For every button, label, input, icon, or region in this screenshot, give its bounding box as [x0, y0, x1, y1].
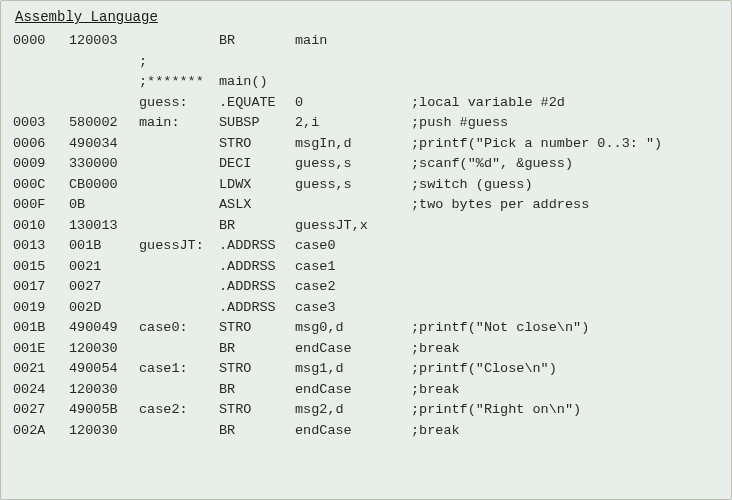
code-row: 0010130013BRguessJT,x — [13, 216, 719, 237]
address-cell: 0013 — [13, 236, 69, 257]
label-cell — [139, 298, 219, 319]
code-row: 0003580002main:SUBSP2,i;push #guess — [13, 113, 719, 134]
objectcode-cell: 49005B — [69, 400, 139, 421]
operand-cell: case3 — [295, 298, 411, 319]
label-cell — [139, 421, 219, 442]
objectcode-cell: 0B — [69, 195, 139, 216]
code-row: 0006490034STROmsgIn,d;printf("Pick a num… — [13, 134, 719, 155]
operand-cell: case0 — [295, 236, 411, 257]
code-row: 0013001BguessJT:.ADDRSScase0 — [13, 236, 719, 257]
label-cell: ; — [139, 52, 219, 73]
address-cell — [13, 52, 69, 73]
objectcode-cell: 120030 — [69, 380, 139, 401]
code-row: 0019002D.ADDRSScase3 — [13, 298, 719, 319]
mnemonic-cell: LDWX — [219, 175, 295, 196]
objectcode-cell: 330000 — [69, 154, 139, 175]
code-row: guess:.EQUATE0;local variable #2d — [13, 93, 719, 114]
mnemonic-cell: BR — [219, 339, 295, 360]
address-cell — [13, 72, 69, 93]
label-cell: main: — [139, 113, 219, 134]
label-cell — [139, 380, 219, 401]
operand-cell: case2 — [295, 277, 411, 298]
address-cell: 001E — [13, 339, 69, 360]
comment-cell: ;break — [411, 380, 719, 401]
mnemonic-cell: main() — [219, 72, 295, 93]
label-cell — [139, 216, 219, 237]
operand-cell: guess,s — [295, 154, 411, 175]
address-cell: 0010 — [13, 216, 69, 237]
address-cell: 0024 — [13, 380, 69, 401]
mnemonic-cell: STRO — [219, 359, 295, 380]
comment-cell — [411, 52, 719, 73]
objectcode-cell: 0027 — [69, 277, 139, 298]
operand-cell: guessJT,x — [295, 216, 411, 237]
address-cell: 0003 — [13, 113, 69, 134]
code-row: 001E120030BRendCase;break — [13, 339, 719, 360]
mnemonic-cell: ASLX — [219, 195, 295, 216]
code-row: ;*******main() — [13, 72, 719, 93]
mnemonic-cell: .ADDRSS — [219, 298, 295, 319]
label-cell — [139, 154, 219, 175]
mnemonic-cell — [219, 52, 295, 73]
label-cell: guess: — [139, 93, 219, 114]
mnemonic-cell: BR — [219, 216, 295, 237]
operand-cell: msgIn,d — [295, 134, 411, 155]
comment-cell: ;push #guess — [411, 113, 719, 134]
operand-cell — [295, 52, 411, 73]
comment-cell: ;switch (guess) — [411, 175, 719, 196]
comment-cell: ;local variable #2d — [411, 93, 719, 114]
mnemonic-cell: .ADDRSS — [219, 257, 295, 278]
code-row: 0000120003BRmain — [13, 31, 719, 52]
comment-cell — [411, 72, 719, 93]
label-cell — [139, 277, 219, 298]
label-cell: case0: — [139, 318, 219, 339]
objectcode-cell: 002D — [69, 298, 139, 319]
objectcode-cell: 120003 — [69, 31, 139, 52]
mnemonic-cell: .EQUATE — [219, 93, 295, 114]
code-listing-panel: Assembly Language 0000120003BRmain;;****… — [0, 0, 732, 500]
objectcode-cell: 490054 — [69, 359, 139, 380]
code-row: 0009330000DECIguess,s;scanf("%d", &guess… — [13, 154, 719, 175]
operand-cell: 2,i — [295, 113, 411, 134]
address-cell: 001B — [13, 318, 69, 339]
label-cell — [139, 195, 219, 216]
operand-cell: msg2,d — [295, 400, 411, 421]
address-cell — [13, 93, 69, 114]
code-row: 001B490049case0:STROmsg0,d;printf("Not c… — [13, 318, 719, 339]
address-cell: 0019 — [13, 298, 69, 319]
comment-cell: ;printf("Right on\n") — [411, 400, 719, 421]
comment-cell — [411, 277, 719, 298]
label-cell — [139, 257, 219, 278]
objectcode-cell: 120030 — [69, 421, 139, 442]
page-title: Assembly Language — [15, 9, 719, 25]
label-cell — [139, 339, 219, 360]
objectcode-cell — [69, 52, 139, 73]
comment-cell: ;printf("Pick a number 0..3: ") — [411, 134, 719, 155]
label-cell: case1: — [139, 359, 219, 380]
address-cell: 000F — [13, 195, 69, 216]
label-cell — [139, 175, 219, 196]
comment-cell: ;printf("Close\n") — [411, 359, 719, 380]
mnemonic-cell: STRO — [219, 400, 295, 421]
mnemonic-cell: BR — [219, 31, 295, 52]
objectcode-cell: 0021 — [69, 257, 139, 278]
mnemonic-cell: SUBSP — [219, 113, 295, 134]
operand-cell: 0 — [295, 93, 411, 114]
code-row: 002A120030BRendCase;break — [13, 421, 719, 442]
label-cell — [139, 134, 219, 155]
label-cell: guessJT: — [139, 236, 219, 257]
objectcode-cell: CB0000 — [69, 175, 139, 196]
operand-cell: endCase — [295, 380, 411, 401]
assembly-listing: 0000120003BRmain;;*******main()guess:.EQ… — [13, 31, 719, 441]
address-cell: 0006 — [13, 134, 69, 155]
address-cell: 0027 — [13, 400, 69, 421]
address-cell: 0017 — [13, 277, 69, 298]
comment-cell — [411, 257, 719, 278]
mnemonic-cell: STRO — [219, 318, 295, 339]
operand-cell: guess,s — [295, 175, 411, 196]
operand-cell: endCase — [295, 339, 411, 360]
comment-cell: ;scanf("%d", &guess) — [411, 154, 719, 175]
mnemonic-cell: BR — [219, 421, 295, 442]
address-cell: 0000 — [13, 31, 69, 52]
code-row: 000F0BASLX;two bytes per address — [13, 195, 719, 216]
